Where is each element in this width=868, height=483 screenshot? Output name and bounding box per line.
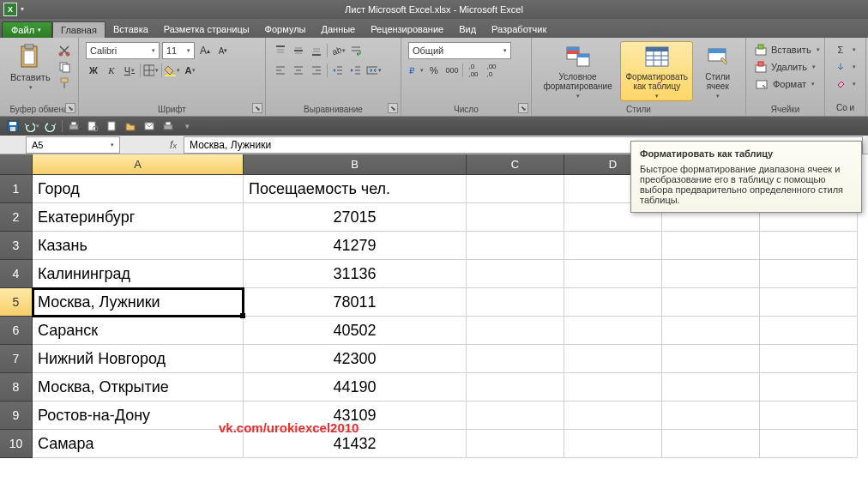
format-cells-button[interactable]: Формат▾ <box>753 75 817 93</box>
align-left-button[interactable] <box>273 63 288 78</box>
align-bottom-button[interactable] <box>309 43 324 58</box>
cell-C5[interactable] <box>467 288 564 317</box>
cell-A4[interactable]: Калининград <box>33 260 244 288</box>
insert-cells-button[interactable]: Вставить▾ <box>753 41 817 58</box>
qat-quickprint-button[interactable] <box>160 118 176 134</box>
align-top-button[interactable] <box>273 43 288 58</box>
redo-button[interactable] <box>43 118 58 134</box>
wrap-text-button[interactable] <box>348 43 364 58</box>
format-as-table-button[interactable]: Форматировать как таблицу▾ <box>620 41 693 101</box>
fill-button[interactable]: ▾ <box>832 58 859 75</box>
align-middle-button[interactable] <box>291 43 306 58</box>
font-size-combo[interactable]: 11▾ <box>162 42 195 59</box>
cell-F7[interactable] <box>760 345 858 373</box>
cell-A2[interactable]: Екатеринбург <box>33 203 244 232</box>
cell-B7[interactable]: 42300 <box>244 345 467 373</box>
ribbon-tab-2[interactable]: Разметка страницы <box>156 21 257 38</box>
col-header-B[interactable]: B <box>244 154 467 175</box>
font-launcher[interactable]: ⬊ <box>252 103 262 113</box>
col-header-C[interactable]: C <box>467 154 564 175</box>
save-button[interactable] <box>5 118 21 134</box>
bold-button[interactable]: Ж <box>86 63 101 78</box>
ribbon-tab-3[interactable]: Формулы <box>257 21 314 38</box>
cell-A6[interactable]: Саранск <box>33 317 244 345</box>
comma-button[interactable]: 000 <box>444 63 460 78</box>
ribbon-tab-1[interactable]: Вставка <box>105 21 156 38</box>
align-center-button[interactable] <box>291 63 306 78</box>
cell-C1[interactable] <box>467 175 564 203</box>
cell-D7[interactable] <box>564 345 662 373</box>
ribbon-tab-0[interactable]: Главная <box>52 21 105 38</box>
cell-D8[interactable] <box>564 373 662 401</box>
ribbon-tab-6[interactable]: Вид <box>451 21 484 38</box>
percent-button[interactable]: % <box>426 63 442 78</box>
cell-B1[interactable]: Посещаемость чел. <box>244 175 467 203</box>
decrease-indent-button[interactable] <box>330 63 346 78</box>
row-header-8[interactable]: 8 <box>0 373 33 401</box>
qat-email-button[interactable] <box>142 118 157 134</box>
undo-button[interactable]: ▾ <box>24 118 39 134</box>
fill-color-button[interactable]: ▾ <box>165 63 180 78</box>
format-painter-button[interactable] <box>57 75 72 91</box>
row-header-4[interactable]: 4 <box>0 260 33 288</box>
sort-filter-button[interactable]: Со и <box>832 101 859 114</box>
cell-E7[interactable] <box>662 345 760 373</box>
align-right-button[interactable] <box>309 63 324 78</box>
ribbon-tab-7[interactable]: Разработчик <box>484 21 554 38</box>
cell-A10[interactable]: Самара <box>33 430 244 458</box>
cell-B5[interactable]: 78011 <box>244 288 467 317</box>
clipboard-launcher[interactable]: ⬊ <box>65 103 75 113</box>
cell-D6[interactable] <box>564 317 662 345</box>
row-header-1[interactable]: 1 <box>0 175 33 203</box>
cell-A3[interactable]: Казань <box>33 232 244 260</box>
app-menu-dropdown-icon[interactable]: ▾ <box>21 5 24 13</box>
cell-C8[interactable] <box>467 373 564 401</box>
cell-F3[interactable] <box>760 232 858 260</box>
fx-icon[interactable]: fx <box>163 139 184 151</box>
row-header-7[interactable]: 7 <box>0 345 33 373</box>
cell-F4[interactable] <box>760 260 858 288</box>
cell-D5[interactable] <box>564 288 662 317</box>
increase-font-icon[interactable]: A▴ <box>197 43 213 58</box>
number-format-combo[interactable]: Общий▾ <box>408 42 511 59</box>
cell-E5[interactable] <box>662 288 760 317</box>
cell-F9[interactable] <box>760 401 858 430</box>
cell-B8[interactable]: 44190 <box>244 373 467 401</box>
cell-D10[interactable] <box>564 430 662 458</box>
cut-button[interactable] <box>57 43 72 58</box>
cell-F5[interactable] <box>760 288 858 317</box>
cell-B2[interactable]: 27015 <box>244 203 467 232</box>
italic-button[interactable]: К <box>104 63 119 78</box>
cell-C6[interactable] <box>467 317 564 345</box>
number-launcher[interactable]: ⬊ <box>518 103 528 113</box>
cell-C2[interactable] <box>467 203 564 232</box>
cell-C4[interactable] <box>467 260 564 288</box>
name-box[interactable]: A5▾ <box>26 136 120 154</box>
cell-C3[interactable] <box>467 232 564 260</box>
cell-A5[interactable]: Москва, Лужники <box>33 288 244 317</box>
cell-E4[interactable] <box>662 260 760 288</box>
increase-decimal-button[interactable]: ,0,00 <box>466 63 481 78</box>
decrease-font-icon[interactable]: A▾ <box>215 43 231 58</box>
cell-styles-button[interactable]: Стили ячеек▾ <box>696 41 738 101</box>
ribbon-tab-4[interactable]: Данные <box>313 21 363 38</box>
cell-E10[interactable] <box>662 430 760 458</box>
cell-A1[interactable]: Город <box>33 175 244 203</box>
cell-E9[interactable] <box>662 401 760 430</box>
cell-C7[interactable] <box>467 345 564 373</box>
decrease-decimal-button[interactable]: ,00,0 <box>484 63 499 78</box>
row-header-5[interactable]: 5 <box>0 288 33 317</box>
qat-new-button[interactable] <box>104 118 119 134</box>
delete-cells-button[interactable]: Удалить▾ <box>753 58 817 75</box>
row-header-9[interactable]: 9 <box>0 401 33 430</box>
border-button[interactable]: ▾ <box>143 63 159 78</box>
qat-print-button[interactable] <box>66 118 81 134</box>
cell-F6[interactable] <box>760 317 858 345</box>
file-tab[interactable]: Файл▾ <box>2 21 52 38</box>
accounting-format-button[interactable]: ₽▾ <box>408 63 424 78</box>
paste-button[interactable]: Вставить ▾ <box>7 41 54 93</box>
underline-button[interactable]: Ч▾ <box>122 63 137 78</box>
row-header-6[interactable]: 6 <box>0 317 33 345</box>
qat-customize-icon[interactable]: ▾ <box>179 118 195 134</box>
cell-C10[interactable] <box>467 430 564 458</box>
